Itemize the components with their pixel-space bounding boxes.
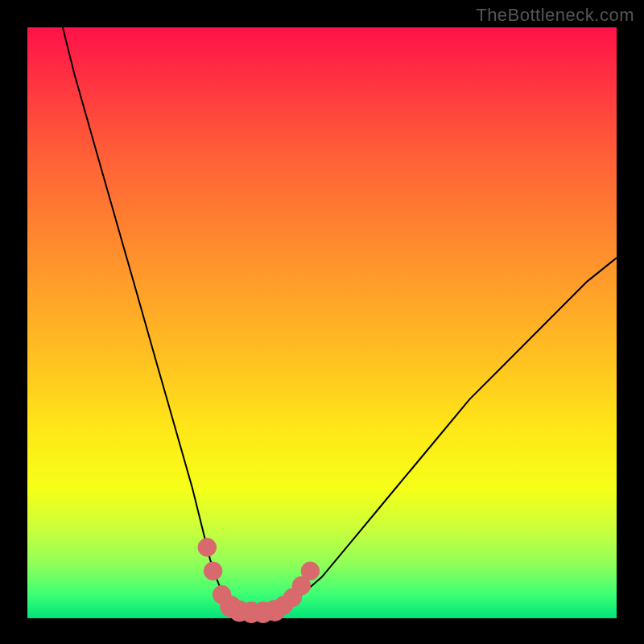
curve-layer [27, 27, 617, 618]
chart-stage: TheBottleneck.com [0, 0, 644, 644]
curve-marker [198, 539, 217, 557]
watermark-text: TheBottleneck.com [476, 5, 634, 26]
plot-area [27, 27, 617, 618]
bottleneck-curve [63, 27, 617, 613]
curve-marker [204, 562, 222, 580]
curve-markers [198, 539, 320, 623]
curve-marker [301, 562, 320, 580]
